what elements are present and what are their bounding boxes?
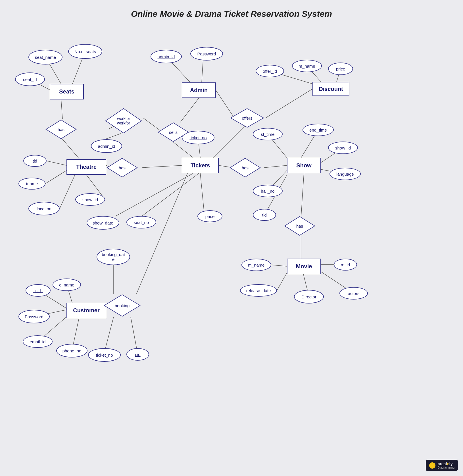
- svg-line-48: [136, 173, 187, 294]
- attr-password-cust: Password: [18, 310, 50, 323]
- attr-m-name-discount: m_name: [292, 60, 322, 72]
- rel-has-show-movie: has: [284, 216, 315, 236]
- svg-line-17: [173, 142, 193, 158]
- svg-line-15: [202, 61, 203, 82]
- attr-cid-booking: cid: [126, 348, 149, 361]
- svg-line-32: [301, 173, 304, 216]
- svg-line-7: [60, 175, 75, 209]
- svg-line-39: [200, 173, 204, 210]
- creately-brand-text: creately: [438, 462, 454, 466]
- attr-m-id: m_id: [334, 259, 357, 271]
- entity-show: Show: [287, 158, 321, 173]
- attr-tname: tname: [18, 178, 45, 190]
- entity-theatre: Theatre: [66, 159, 106, 175]
- attr-tid-theatre: tid: [23, 155, 47, 167]
- attr-c-name: c_name: [53, 278, 81, 291]
- rel-has-tickets-show: has: [230, 158, 261, 178]
- entity-admin: Admin: [182, 82, 216, 98]
- rel-offers: offers: [230, 108, 264, 128]
- diagram-container: Online Movie & Drama Ticket Reservation …: [0, 0, 463, 476]
- attr-m-name-movie: m_name: [241, 259, 271, 271]
- attr-st-time: st_time: [253, 128, 283, 140]
- attr-phone-no: phone_no: [56, 344, 87, 357]
- entity-customer: Customer: [66, 303, 106, 318]
- svg-line-40: [116, 173, 193, 216]
- svg-line-6: [45, 171, 66, 184]
- svg-line-36: [277, 273, 287, 290]
- rel-has-seats-theatre: has: [45, 119, 77, 139]
- creately-tagline: Diagramming: [438, 466, 454, 469]
- attr-show-id-theatre: show_id: [75, 193, 105, 206]
- svg-line-41: [142, 173, 199, 216]
- creately-bulb-icon: [429, 462, 435, 469]
- svg-line-19: [266, 89, 312, 118]
- entity-discount: Discount: [312, 82, 349, 96]
- attr-admin-id-rel: admin_id: [91, 139, 122, 153]
- attr-no-of-seats: No.of seats: [68, 44, 102, 59]
- attr-language: language: [329, 168, 361, 180]
- attr-show-id-show: show_id: [328, 142, 358, 154]
- attr-tid-show: tid: [253, 209, 276, 221]
- attr-password-admin: Password: [190, 47, 223, 61]
- svg-line-13: [105, 134, 121, 139]
- attr-email-id: email_id: [23, 335, 53, 348]
- entity-seats: Seats: [50, 84, 84, 99]
- rel-workfor: workfor workfor: [105, 108, 142, 134]
- entity-movie: Movie: [287, 259, 321, 274]
- attr-ticket-no-booking: ticket_no: [88, 348, 121, 362]
- rel-booking: booking: [104, 294, 141, 317]
- svg-line-52: [207, 122, 249, 163]
- rel-sells: sells: [158, 122, 189, 142]
- attr-price-discount: price: [328, 63, 353, 75]
- svg-line-4: [62, 139, 80, 159]
- attr-seat-name: seat_name: [28, 50, 62, 65]
- svg-line-25: [264, 165, 287, 168]
- page-title: Online Movie & Drama Ticket Reservation …: [0, 9, 463, 19]
- svg-line-34: [271, 265, 287, 266]
- attr-director: Director: [294, 290, 324, 304]
- attr-price-tickets: price: [197, 210, 222, 222]
- attr-show-date: show_date: [87, 216, 119, 230]
- attr-actors: actors: [339, 287, 368, 300]
- attr-admin-id-top: admin_id: [151, 50, 182, 63]
- attr-seat-id: seat_id: [15, 72, 45, 86]
- attr-cid-customer: _cid_: [26, 284, 51, 297]
- attr-booking-date: booking_dat e: [97, 249, 130, 265]
- rel-has-theatre-tickets: has: [107, 158, 138, 178]
- svg-line-5: [47, 161, 66, 165]
- attr-hall-no: hall_no: [253, 185, 283, 197]
- creately-logo: creately Diagramming: [426, 460, 458, 471]
- svg-line-10: [142, 165, 182, 168]
- svg-line-3: [61, 99, 62, 119]
- attr-seat-no: seat_no: [126, 216, 156, 228]
- svg-line-16: [180, 98, 199, 122]
- attr-offer-id: offer_id: [256, 65, 284, 77]
- connection-lines: [0, 0, 463, 476]
- attr-release-date: release_date: [240, 284, 277, 297]
- attr-location: location: [28, 202, 60, 215]
- entity-tickets: Tickets: [182, 158, 219, 173]
- attr-end-time: end_time: [303, 124, 334, 136]
